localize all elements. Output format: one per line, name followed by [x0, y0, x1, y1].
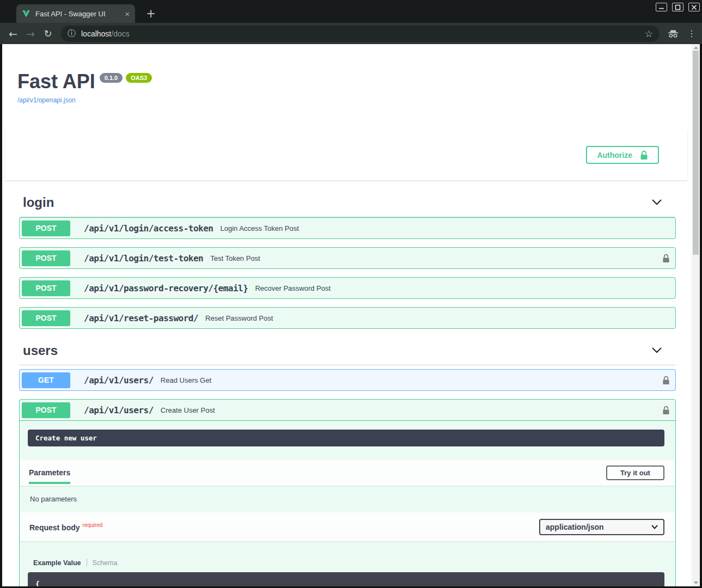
site-info-icon[interactable]: ⓘ — [68, 28, 76, 39]
method-badge: POST — [22, 402, 70, 418]
unlock-icon — [662, 376, 670, 385]
tag-title: login — [23, 195, 54, 210]
endpoint-summary: Login Access Token Post — [220, 224, 298, 232]
media-type-value: application/json — [546, 523, 604, 531]
endpoint-summary: Test Token Post — [210, 254, 260, 262]
tag-header-login[interactable]: login — [19, 192, 675, 217]
back-button[interactable]: ← — [4, 28, 22, 40]
endpoint-path: /api/v1/users/ — [84, 375, 154, 385]
bookmark-star-icon[interactable]: ☆ — [645, 28, 653, 39]
tab-divider — [87, 559, 87, 567]
version-badge: 0.1.0 — [100, 73, 123, 83]
minimize-icon — [658, 4, 664, 10]
minimize-button[interactable] — [656, 3, 667, 11]
endpoint-summary: Reset Password Post — [205, 314, 273, 322]
address-bar[interactable]: ⓘ localhost/docs ☆ — [61, 26, 660, 42]
unlock-icon — [640, 150, 648, 160]
new-tab-button[interactable]: + — [144, 7, 158, 21]
window-controls — [656, 3, 700, 11]
method-badge: POST — [22, 310, 70, 326]
chevron-down-icon[interactable] — [651, 198, 662, 207]
endpoint-summary: Read Users Get — [161, 376, 211, 384]
example-code-block[interactable]: { — [28, 572, 664, 586]
endpoint-path: /api/v1/login/access-token — [84, 223, 213, 234]
page-scrollbar[interactable] — [692, 44, 700, 586]
schema-tab[interactable]: Schema — [93, 559, 118, 567]
example-value-tab[interactable]: Example Value — [33, 559, 81, 567]
auth-lock-button[interactable] — [662, 254, 670, 263]
tag-header-users[interactable]: users — [19, 340, 675, 365]
page-viewport: Fast API 0.1.0 OAS3 /api/v1/openapi.json… — [2, 44, 700, 586]
auth-lock-button[interactable] — [662, 406, 670, 415]
media-type-select[interactable]: application/json — [539, 519, 664, 535]
endpoint-row[interactable]: POST /api/v1/reset-password/ Reset Passw… — [19, 307, 676, 329]
incognito-icon — [667, 29, 679, 38]
request-body-header: Request bodyrequired application/json — [20, 512, 675, 541]
tag-title: users — [23, 343, 58, 358]
endpoint-row[interactable]: GET /api/v1/users/ Read Users Get — [19, 369, 676, 391]
browser-window: Fast API - Swagger UI × + ← → ↻ ⓘ localh… — [0, 0, 702, 588]
example-tabs: Example Value Schema — [20, 541, 675, 567]
endpoint-row-expanded: POST /api/v1/users/ Create User Post — [19, 399, 676, 586]
method-badge: POST — [22, 220, 70, 236]
method-badge: POST — [22, 280, 70, 296]
try-it-out-button[interactable]: Try it out — [606, 465, 664, 480]
scrollbar-thumb[interactable] — [693, 51, 699, 255]
parameters-tab[interactable]: Parameters — [29, 468, 70, 477]
browser-toolbar: ← → ↻ ⓘ localhost/docs ☆ ⋮ — [0, 23, 702, 44]
method-badge: GET — [22, 372, 70, 388]
endpoint-summary: Create User Post — [161, 406, 215, 414]
vite-favicon-icon — [22, 9, 30, 18]
authorize-label: Authorize — [597, 151, 632, 160]
scheme-container: Authorize — [5, 130, 687, 180]
maximize-icon — [675, 4, 681, 10]
endpoint-summary: Recover Password Post — [255, 284, 331, 292]
endpoint-path: /api/v1/reset-password/ — [84, 313, 198, 323]
parameters-header: Parameters Try it out — [20, 460, 675, 486]
scrollbar-up-arrow[interactable] — [694, 46, 698, 49]
reload-button[interactable]: ↻ — [39, 28, 57, 39]
forward-button[interactable]: → — [22, 28, 39, 40]
unlock-icon — [662, 254, 670, 263]
no-parameters-text: No parameters — [20, 486, 675, 512]
maximize-button[interactable] — [672, 3, 683, 11]
endpoint-row[interactable]: POST /api/v1/password-recovery/{email} R… — [19, 277, 676, 299]
api-info: Fast API 0.1.0 OAS3 /api/v1/openapi.json — [17, 71, 675, 105]
endpoint-path: /api/v1/password-recovery/{email} — [84, 283, 248, 293]
url-host: localhost — [81, 29, 111, 38]
tab-title: Fast API - Swagger UI — [35, 10, 120, 18]
browser-titlebar: Fast API - Swagger UI × + — [0, 0, 702, 23]
oas3-badge: OAS3 — [126, 73, 152, 83]
auth-lock-button[interactable] — [662, 376, 670, 385]
endpoint-row[interactable]: POST /api/v1/login/access-token Login Ac… — [19, 217, 676, 239]
browser-menu-icon[interactable]: ⋮ — [685, 28, 699, 39]
tab-close-icon[interactable]: × — [125, 10, 130, 18]
browser-tab[interactable]: Fast API - Swagger UI × — [16, 4, 135, 23]
authorize-button[interactable]: Authorize — [586, 146, 659, 164]
code-line: { — [35, 580, 40, 586]
method-badge: POST — [22, 250, 70, 266]
swagger-page: Fast API 0.1.0 OAS3 /api/v1/openapi.json… — [2, 44, 692, 586]
page-title: Fast API — [17, 71, 95, 93]
endpoint-summary-row[interactable]: POST /api/v1/users/ Create User Post — [20, 400, 675, 421]
scrollbar-down-arrow[interactable] — [694, 581, 698, 584]
endpoint-path: /api/v1/login/test-token — [84, 253, 203, 264]
unlock-icon — [662, 406, 670, 415]
endpoint-description: Create new user — [28, 430, 664, 446]
openapi-spec-link[interactable]: /api/v1/openapi.json — [17, 96, 76, 104]
close-button[interactable] — [688, 3, 700, 11]
request-body-label: Request bodyrequired — [29, 522, 102, 532]
chevron-down-icon — [651, 525, 658, 529]
close-icon — [691, 4, 697, 10]
endpoint-body: Create new user Parameters Try it out No… — [20, 430, 675, 586]
endpoint-row[interactable]: POST /api/v1/login/test-token Test Token… — [19, 247, 676, 269]
required-badge: required — [80, 522, 103, 528]
endpoint-path: /api/v1/users/ — [84, 405, 154, 415]
url-path: /docs — [111, 29, 129, 38]
chevron-down-icon[interactable] — [651, 346, 662, 356]
